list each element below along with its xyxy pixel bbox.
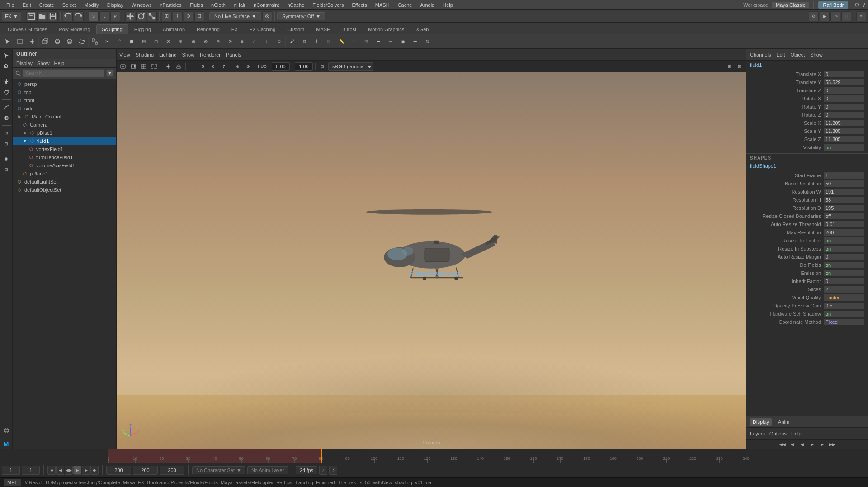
vp-shading-menu[interactable]: Shading <box>136 52 154 57</box>
snap-curve-btn[interactable]: ⌇ <box>173 11 183 21</box>
lasso-tool-btn[interactable] <box>1 61 11 71</box>
soft-select-icon-btn[interactable]: ◉ <box>397 36 409 47</box>
rt-tab-display[interactable]: Display <box>750 418 772 426</box>
bb-step-fwd[interactable]: ▶ <box>82 466 90 475</box>
bb-fwd-end[interactable]: ⏭ <box>90 466 99 475</box>
menu-effects[interactable]: Effects <box>348 1 370 9</box>
shape-name[interactable]: fluidShape1 <box>750 162 864 170</box>
tweak-icon-btn[interactable]: ✛ <box>409 36 421 47</box>
vp-film-icon[interactable] <box>129 62 138 71</box>
tab-mash[interactable]: MASH <box>310 24 336 34</box>
ch-rotate-x[interactable]: Rotate X 0 <box>746 95 868 103</box>
timeline-playhead[interactable] <box>321 449 322 463</box>
soft-mod-btn[interactable]: ◉ <box>1 154 11 164</box>
menu-nconstraint[interactable]: nConstraint <box>250 1 283 9</box>
lasso-btn[interactable]: L <box>99 11 109 21</box>
vp-isolation-btn[interactable]: ⊕ <box>233 62 242 71</box>
fill-hole-icon-btn[interactable]: ◻ <box>150 36 162 47</box>
vp-texture-btn[interactable]: 6 <box>209 62 218 71</box>
move-btn[interactable] <box>125 11 135 21</box>
snap-surface-btn[interactable]: ⊡ <box>194 11 204 21</box>
prop-hw-shadow[interactable]: Hardware Self Shadow on <box>746 310 868 318</box>
ch-scale-x[interactable]: Scale X 11.305 <box>746 119 868 127</box>
timeline-area[interactable]: 0102030405060708090100110120130140150160… <box>0 449 868 463</box>
tab-rendering[interactable]: Rendering <box>191 24 226 34</box>
menu-windows[interactable]: Windows <box>128 1 156 9</box>
bevel-icon-btn[interactable]: ⬢ <box>126 36 137 47</box>
char-set-selector[interactable]: No Character Set ▼ <box>192 466 245 474</box>
merge-icon-btn[interactable]: ⌂ <box>249 36 260 47</box>
ch-rotate-z[interactable]: Rotate Z 0 <box>746 111 868 119</box>
vp-hud-btn[interactable]: HUD <box>258 62 267 71</box>
fps-display[interactable]: 24 fps <box>296 466 317 474</box>
redo-btn[interactable] <box>74 11 84 21</box>
ch-scale-y[interactable]: Scale Y 11.305 <box>746 127 868 135</box>
tab-sculpting[interactable]: Sculpting <box>96 24 128 34</box>
tab-rigging[interactable]: Rigging <box>128 24 157 34</box>
pause-btn[interactable]: ⏸ <box>841 11 851 21</box>
info-icon-btn[interactable]: ℹ <box>348 36 360 47</box>
tab-animation[interactable]: Animation <box>157 24 191 34</box>
tab-custom[interactable]: Custom <box>281 24 310 34</box>
outliner-item-object-set[interactable]: ⬡ defaultObjectSet <box>13 186 116 194</box>
extrude-icon-btn[interactable]: ⬡ <box>113 36 125 47</box>
range-end-input2[interactable]: 200 <box>133 466 158 475</box>
help-menu[interactable]: Help <box>791 431 802 436</box>
prop-max-res[interactable]: Max Resolution 200 <box>746 228 868 236</box>
bb-loop-btn[interactable]: ↺ <box>329 466 337 475</box>
vp-wireframe-btn[interactable]: 4 <box>188 62 197 71</box>
menu-create[interactable]: Create <box>36 1 58 9</box>
outliner-item-pdisc1[interactable]: ▶ ⬡ pDisc1 <box>13 129 116 137</box>
bb-step-back[interactable]: ◀ <box>56 466 64 475</box>
prop-coord-method[interactable]: Coordinate Method Fixed <box>746 318 868 326</box>
outliner-item-side[interactable]: ⬡ side <box>13 104 116 113</box>
outliner-item-turbulence[interactable]: ⬡ turbulenceField1 <box>13 153 116 161</box>
outliner-item-fluid1[interactable]: ▼ ⬡ fluid1 <box>13 137 116 145</box>
pivot-icon-btn[interactable] <box>26 36 38 47</box>
cube-icon-btn[interactable] <box>39 36 51 47</box>
ch-channels-menu[interactable]: Channels <box>750 52 771 57</box>
search-arrow-down[interactable]: ▼ <box>106 70 113 77</box>
range-end-input3[interactable]: 200 <box>160 466 184 475</box>
tab-fx-caching[interactable]: FX Caching <box>244 24 281 34</box>
ch-translate-z[interactable]: Translate Z 0 <box>746 86 868 95</box>
outliner-item-persp[interactable]: ⬡ persp <box>13 80 116 88</box>
menu-fluids[interactable]: Fluids <box>186 1 207 9</box>
anim-forward-btn[interactable]: ▶ <box>818 440 827 449</box>
sculpt-icon-btn[interactable]: ⌑ <box>298 36 310 47</box>
vp-layout-single[interactable]: ⊞ <box>725 62 734 71</box>
menu-arnold[interactable]: Arnold <box>416 1 438 9</box>
prop-start-frame[interactable]: Start Frame 1 <box>746 171 868 180</box>
select-mode-btn[interactable]: S <box>89 11 99 21</box>
prop-slices[interactable]: Slices 2 <box>746 285 868 293</box>
menu-select[interactable]: Select <box>59 1 80 9</box>
settings-icon[interactable]: ⚙ <box>854 2 859 8</box>
smooth-icon-btn[interactable]: ⊞ <box>175 36 186 47</box>
menu-cache[interactable]: Cache <box>394 1 416 9</box>
vp-layout-quad[interactable]: ⊟ <box>735 62 744 71</box>
snap-point-btn[interactable]: ⊙ <box>184 11 193 21</box>
universal-manipulator-btn[interactable]: ⊟ <box>1 139 11 149</box>
prop-emission[interactable]: Emission on <box>746 269 868 277</box>
tab-motion-graphics[interactable]: Motion Graphics <box>362 24 410 34</box>
scale-btn[interactable] <box>147 11 157 21</box>
outliner-show-menu[interactable]: Show <box>37 61 50 66</box>
help-icon[interactable]: ? <box>862 2 865 8</box>
viewport-canvas[interactable]: ⊙ dewdown.com Camera X Y Z <box>117 72 746 449</box>
sculpt-tool-btn[interactable] <box>1 113 11 123</box>
connect-icon-btn[interactable]: ≡ <box>236 36 248 47</box>
menu-ncloth[interactable]: nCloth <box>208 1 229 9</box>
slide-edge-icon-btn[interactable]: ⊘ <box>224 36 236 47</box>
vp-guide-icon[interactable] <box>150 62 159 71</box>
select-icon-btn[interactable] <box>2 36 14 47</box>
menu-ncache[interactable]: nCache <box>283 1 308 9</box>
mode-indicator[interactable]: MEL <box>4 479 21 486</box>
ch-scale-z[interactable]: Scale Z 11.305 <box>746 135 868 143</box>
vp-xray-btn[interactable]: ⊗ <box>244 62 253 71</box>
plane-icon-btn[interactable] <box>76 36 88 47</box>
anim-step-back-btn[interactable]: ◀ <box>798 440 807 449</box>
offset-loop-icon-btn[interactable]: ⊗ <box>200 36 212 47</box>
anim-rewind-btn[interactable]: ◀ <box>788 440 797 449</box>
cylinder-icon-btn[interactable] <box>64 36 75 47</box>
outliner-item-camera[interactable]: ⬡ Camera <box>13 121 116 129</box>
